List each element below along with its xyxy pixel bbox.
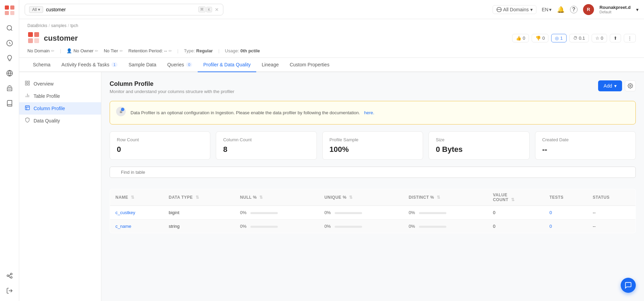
book-icon[interactable] [3, 96, 16, 110]
sort-distinct-pct-icon[interactable]: ⇅ [437, 195, 441, 200]
tab-custom-props-label: Custom Properties [290, 62, 330, 67]
more-icon: ⋮ [628, 36, 632, 41]
tab-schema[interactable]: Schema [27, 58, 56, 72]
left-nav-data-quality[interactable]: Data Quality [19, 115, 101, 127]
col-link-c_custkey[interactable]: c_custkey [115, 210, 135, 215]
meta-tier-edit-icon[interactable]: ✏ [120, 49, 123, 53]
timer-button[interactable]: ⏱ 0.1 [569, 34, 589, 42]
alert-link[interactable]: here. [364, 110, 374, 115]
add-button[interactable]: Add ▾ [598, 80, 622, 91]
sort-null-pct-icon[interactable]: ⇅ [259, 195, 263, 200]
meta-usage: Usage: 0th pctile [225, 48, 260, 53]
user-avatar[interactable]: R [583, 4, 594, 15]
globe-icon[interactable] [3, 66, 16, 80]
watch-icon: ◎ [555, 36, 559, 41]
search-input[interactable] [46, 7, 195, 12]
cell-valuecount-c_custkey: 0 [487, 206, 544, 220]
left-nav-overview[interactable]: Overview [19, 78, 101, 90]
domain-selector[interactable]: All Domains ▾ [493, 5, 536, 14]
tab-custom-properties[interactable]: Custom Properties [284, 58, 335, 72]
stats-row: Row Count 0 Column Count 8 Profile Sampl… [110, 131, 636, 160]
top-navbar: All ▾ ⌘ K ✕ All Domains ▾ EN ▾ 🔔 ? R [19, 0, 644, 19]
left-nav-table-profile[interactable]: Table Profile [19, 90, 101, 102]
timer-count: 0.1 [579, 36, 585, 41]
search-type-label: All [32, 7, 37, 12]
governance-icon[interactable] [3, 81, 16, 95]
share-button[interactable]: ⬆ [610, 34, 621, 42]
analytics-icon[interactable] [3, 36, 16, 50]
sidebar-icons-panel [0, 0, 19, 301]
test-link-c_custkey[interactable]: 0 [549, 210, 552, 215]
breadcrumb: DataBricks / samples / tpch [27, 23, 636, 28]
tab-activity-feeds[interactable]: Activity Feeds & Tasks 1 [56, 58, 123, 72]
meta-domain-edit-icon[interactable]: ✏ [51, 49, 54, 53]
meta-retention-edit-icon[interactable]: ✏ [169, 49, 172, 53]
tab-profiler-data-quality[interactable]: Profiler & Data Quality [198, 58, 256, 72]
svg-rect-23 [25, 106, 29, 110]
col-header-value-count: VALUECOUNT ⇅ [487, 189, 544, 206]
tab-sample-data[interactable]: Sample Data [123, 58, 162, 72]
user-chevron-icon[interactable]: ▾ [636, 7, 639, 12]
main-wrapper: All ▾ ⌘ K ✕ All Domains ▾ EN ▾ 🔔 ? R [19, 0, 644, 301]
section-header: Column Profile Monitor and understand yo… [110, 80, 636, 94]
pipeline-icon[interactable] [3, 269, 16, 283]
svg-rect-17 [28, 81, 29, 83]
table-search-input[interactable] [110, 167, 636, 178]
stat-label-created-date: Created Date [542, 137, 629, 142]
chat-fab-button[interactable] [621, 278, 636, 293]
help-icon[interactable]: ? [570, 6, 578, 13]
stat-value-column-count: 8 [223, 145, 309, 154]
star-button[interactable]: ☆ 0 [592, 34, 607, 42]
content-area: DataBricks / samples / tpch customer [19, 19, 644, 301]
app-logo [3, 3, 16, 17]
more-options-button[interactable]: ⋮ [624, 34, 636, 42]
thumbs-down-button[interactable]: 👎 0 [532, 34, 548, 42]
sort-unique-pct-icon[interactable]: ⇅ [349, 195, 353, 200]
meta-retention: Retention Period: -- ✏ [128, 48, 172, 53]
star-count: 0 [601, 36, 603, 41]
settings-button[interactable] [625, 80, 636, 91]
meta-owner-edit-icon[interactable]: ✏ [95, 49, 98, 53]
language-selector[interactable]: EN ▾ [542, 7, 552, 12]
search-type-selector[interactable]: All ▾ [29, 6, 43, 13]
breadcrumb-tpch[interactable]: tpch [70, 23, 78, 28]
breadcrumb-databricks[interactable]: DataBricks [27, 23, 47, 28]
cell-type-c_name: string [163, 220, 235, 233]
distinct-progress-bar-2 [419, 226, 446, 228]
global-search-bar[interactable]: All ▾ ⌘ K ✕ [25, 4, 223, 15]
thumbs-up-button[interactable]: 👍 0 [512, 34, 529, 42]
tab-profiler-label: Profiler & Data Quality [203, 62, 251, 67]
section-title-group: Column Profile Monitor and understand yo… [110, 80, 234, 94]
search-clear-icon[interactable]: ✕ [215, 7, 219, 12]
svg-rect-1 [10, 5, 14, 10]
insights-icon[interactable] [3, 51, 16, 65]
stat-label-profile-sample: Profile Sample [330, 137, 416, 142]
breadcrumb-samples[interactable]: samples [51, 23, 66, 28]
col-link-c_name[interactable]: c_name [115, 224, 131, 229]
tab-queries[interactable]: Queries 0 [162, 58, 198, 72]
entity-title-row: customer 👍 0 👎 0 ◎ 1 ⏱ [27, 31, 636, 45]
left-navigation: Overview Table Profile Column Profile [19, 72, 101, 301]
profiler-alert-banner: ≡ Data Profiler is an optional configura… [110, 101, 636, 125]
left-nav-column-profile[interactable]: Column Profile [19, 102, 101, 115]
cell-status-c_custkey: -- [587, 206, 635, 220]
test-link-c_name[interactable]: 0 [549, 224, 552, 229]
breadcrumb-sep-1: / [49, 23, 50, 28]
tab-activity-label: Activity Feeds & Tasks [61, 62, 109, 67]
tab-lineage[interactable]: Lineage [256, 58, 284, 72]
watch-button[interactable]: ◎ 1 [551, 34, 566, 42]
entity-icon [27, 31, 40, 45]
explore-icon[interactable] [3, 21, 16, 35]
cell-name-c_name: c_name [110, 220, 163, 233]
sort-name-icon[interactable]: ⇅ [131, 195, 135, 200]
sort-data-type-icon[interactable]: ⇅ [196, 195, 199, 200]
meta-row: No Domain ✏ | 👤 No Owner ✏ No Tier ✏ Ret… [27, 45, 636, 53]
logout-icon[interactable] [3, 284, 16, 298]
overview-icon [25, 80, 30, 87]
user-info[interactable]: Rounakpreet.d Default [599, 5, 631, 14]
notifications-icon[interactable]: 🔔 [557, 6, 565, 13]
table-row: c_custkey bigint 0% 0% 0% [110, 206, 636, 220]
sort-value-count-icon[interactable]: ⇅ [511, 197, 515, 202]
unique-progress-bar [335, 212, 362, 214]
svg-rect-3 [10, 11, 14, 15]
